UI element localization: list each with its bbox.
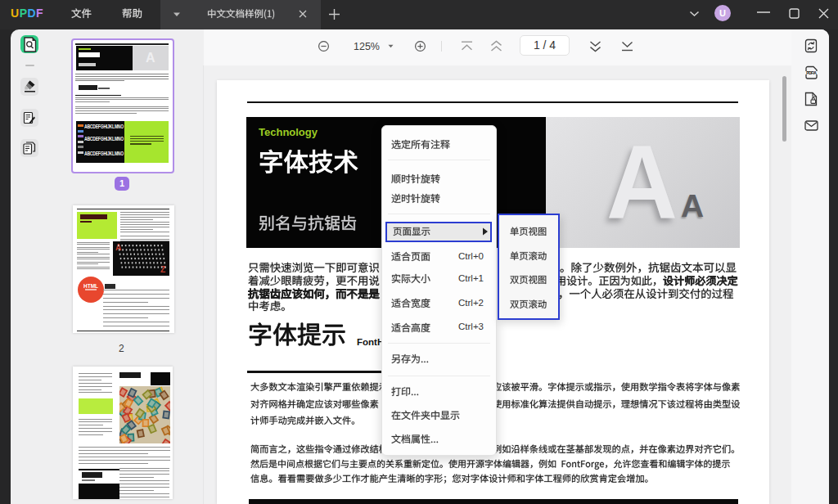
svg-text:PDF/A: PDF/A bbox=[806, 70, 817, 75]
